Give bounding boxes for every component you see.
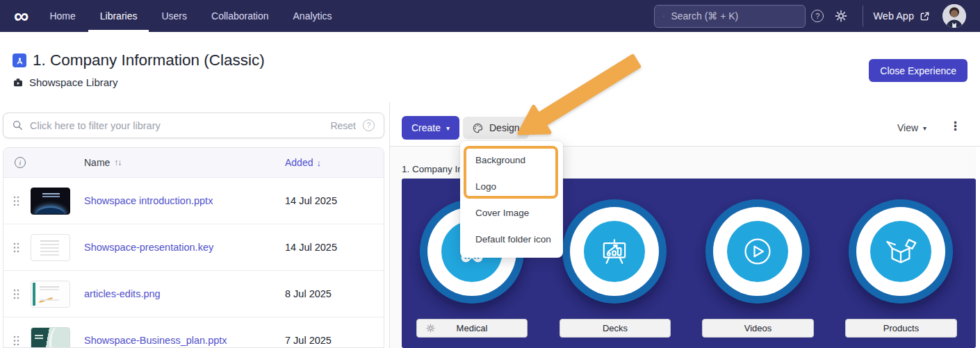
drag-handle-icon[interactable] [12, 333, 21, 348]
folder-circle-products[interactable] [849, 199, 953, 304]
showspace-logo-icon[interactable]: ∞ [14, 0, 28, 32]
table-row: Showspace-Business_plan.pptx 7 Jul 2025 [3, 317, 384, 348]
info-icon[interactable]: i [15, 157, 26, 168]
more-options-icon[interactable]: ⋮ [949, 119, 961, 133]
nav-item-collaboration[interactable]: Collaboration [211, 0, 269, 32]
added-date: 14 Jul 2025 [285, 195, 337, 206]
search-icon [663, 11, 664, 22]
main-nav: Home Libraries Users Collaboration Analy… [49, 0, 332, 32]
web-app-link[interactable]: Web App [873, 10, 930, 22]
search-input[interactable] [671, 10, 797, 22]
folder-button-decks[interactable]: Decks [560, 319, 671, 338]
app-screen: ∞ Home Libraries Users Collaboration Ana… [0, 0, 980, 348]
help-button[interactable]: ? [806, 4, 829, 28]
column-header-added[interactable]: Added ↓ [285, 157, 384, 168]
sort-desc-icon: ↓ [316, 158, 321, 168]
nav-item-home[interactable]: Home [49, 0, 75, 32]
file-link[interactable]: Showspace introduction.pptx [84, 195, 213, 206]
library-icon [13, 77, 24, 88]
nav-item-users[interactable]: Users [161, 0, 187, 32]
navbar-divider [863, 6, 863, 26]
folder-button-videos[interactable]: Videos [702, 319, 814, 338]
added-date: 14 Jul 2025 [285, 242, 337, 253]
folder-button-medical[interactable]: Medical [416, 319, 528, 338]
file-thumbnail[interactable] [31, 188, 70, 215]
file-link[interactable]: Showspace-Business_plan.pptx [84, 335, 227, 346]
table-row: Showspace-presentation.key 14 Jul 2025 [3, 224, 384, 271]
experience-type-icon [13, 53, 26, 67]
library-file-table: i Name ↑↓ Added ↓ Showspace introduction… [3, 147, 384, 348]
folder-button-products[interactable]: Products [845, 319, 957, 338]
added-date: 7 Jul 2025 [285, 335, 332, 346]
file-thumbnail[interactable] [31, 327, 70, 348]
file-thumbnail[interactable] [31, 281, 70, 308]
close-experience-button[interactable]: Close Experience [869, 59, 967, 82]
play-icon [739, 233, 776, 270]
added-date: 8 Jul 2025 [285, 288, 332, 299]
view-button[interactable]: View▾ [897, 122, 926, 133]
file-link[interactable]: articles-edits.png [84, 288, 161, 299]
filter-input[interactable] [30, 120, 323, 131]
chevron-down-icon: ▾ [923, 124, 926, 132]
drag-handle-icon[interactable] [12, 286, 21, 302]
gear-icon [835, 10, 847, 22]
filter-search-icon [13, 120, 23, 131]
palette-icon [472, 122, 484, 134]
folder-circle-decks[interactable] [562, 199, 667, 304]
settings-button[interactable] [829, 4, 853, 28]
reset-filter-button[interactable]: Reset [330, 120, 356, 131]
sort-both-icon: ↑↓ [114, 158, 121, 167]
file-thumbnail[interactable] [31, 234, 70, 261]
table-header: i Name ↑↓ Added ↓ [3, 148, 384, 178]
table-row: Showspace introduction.pptx 14 Jul 2025 [3, 178, 384, 224]
presentation-icon [596, 233, 632, 270]
nav-item-analytics[interactable]: Analytics [293, 0, 332, 32]
external-link-icon [920, 11, 930, 22]
menu-item-logo[interactable]: Logo [460, 173, 563, 199]
user-avatar[interactable] [942, 4, 966, 28]
gear-icon [426, 324, 435, 333]
column-header-name[interactable]: Name ↑↓ [84, 157, 285, 168]
top-navbar: ∞ Home Libraries Users Collaboration Ana… [0, 0, 980, 32]
library-name: Showspace Library [29, 76, 118, 88]
drag-handle-icon[interactable] [12, 193, 21, 209]
menu-item-default-folder-icon[interactable]: Default folder icon [460, 226, 563, 252]
menu-item-background[interactable]: Background [460, 147, 563, 173]
nav-item-libraries[interactable]: Libraries [100, 0, 138, 32]
file-link[interactable]: Showspace-presentation.key [84, 242, 213, 253]
filter-help-icon[interactable]: ? [363, 119, 375, 131]
drag-handle-icon[interactable] [12, 240, 21, 256]
design-menu: Background Logo Cover Image Default fold… [460, 141, 563, 258]
web-app-label: Web App [873, 10, 914, 22]
page-title: 1. Company Information (Classic) [33, 51, 265, 69]
library-filter: Reset ? [3, 113, 384, 138]
folder-circle-videos[interactable] [705, 199, 810, 304]
design-button[interactable]: Design [463, 117, 529, 139]
menu-item-cover-image[interactable]: Cover Image [460, 199, 563, 226]
chevron-down-icon: ▾ [446, 124, 450, 132]
create-button[interactable]: Create▾ [402, 116, 459, 140]
open-box-icon [882, 233, 920, 270]
table-row: articles-edits.png 8 Jul 2025 [3, 271, 384, 317]
global-search[interactable] [654, 5, 806, 28]
help-icon: ? [811, 10, 824, 22]
